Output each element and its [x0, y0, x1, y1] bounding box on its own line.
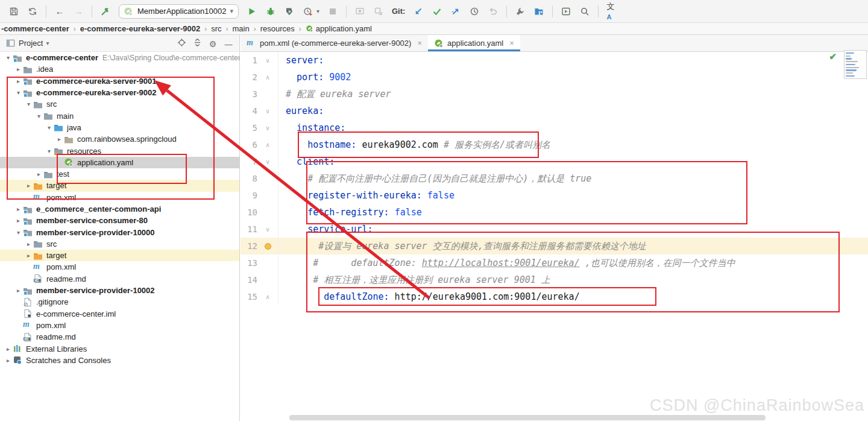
- breadcrumb-item[interactable]: -commerce-center: [1, 24, 69, 33]
- sync-icon[interactable]: [27, 6, 38, 17]
- dependencies-icon[interactable]: [373, 6, 384, 17]
- tree-item-pom-xml[interactable]: mpom.xml: [0, 320, 239, 331]
- close-icon[interactable]: ×: [509, 39, 514, 48]
- fold-close-icon[interactable]: ∧: [266, 293, 270, 301]
- tree-item-e-commerce-center[interactable]: ▾e-commerce-centerE:\Java\Spring Cloud\e…: [0, 52, 239, 63]
- tree-item-member-service-consumer-80[interactable]: ▸member-service-consumer-80: [0, 215, 239, 226]
- tree-chevron-down-icon[interactable]: ▾: [34, 113, 43, 119]
- tree-item--idea[interactable]: ▸.idea: [0, 63, 239, 75]
- tree-chevron-down-icon[interactable]: ▾: [24, 101, 33, 107]
- tree-item-e-commerce-eureka-server-9002[interactable]: ▾e-commerce-eureka-server-9002: [0, 87, 239, 98]
- git-update-icon[interactable]: [413, 6, 424, 17]
- chevron-down-icon[interactable]: ▾: [46, 40, 49, 46]
- breadcrumb-item[interactable]: main: [233, 24, 250, 33]
- breadcrumb-item[interactable]: e-commerce-eureka-server-9002: [80, 24, 200, 33]
- history-icon[interactable]: [469, 6, 480, 17]
- tree-chevron-right-icon[interactable]: ▸: [14, 217, 23, 224]
- editor-tab-application-yaml[interactable]: application.yaml×: [428, 35, 520, 51]
- code-line-12[interactable]: 12 #设置与 eureka server 交互的模块,查询服务和注册服务都需要…: [241, 238, 868, 255]
- tree-chevron-down-icon[interactable]: ▾: [45, 124, 54, 131]
- tree-item-src[interactable]: ▾src: [0, 98, 239, 110]
- code-line-4[interactable]: 4∨eureka:: [241, 103, 868, 119]
- tree-item-pom-xml[interactable]: mpom.xml: [0, 192, 239, 203]
- breadcrumb-item[interactable]: src: [211, 24, 221, 33]
- git-commit-icon[interactable]: [432, 6, 442, 17]
- tree-chevron-right-icon[interactable]: ▸: [34, 171, 43, 177]
- horizontal-scrollbar[interactable]: [289, 415, 766, 420]
- editor-tab-pom-xml[interactable]: mpom.xml (e-commerce-eureka-server-9002)…: [241, 35, 428, 51]
- inspections-ok-icon[interactable]: ✔: [829, 51, 837, 62]
- tree-chevron-right-icon[interactable]: ▸: [4, 346, 13, 352]
- run-coverage-icon[interactable]: [284, 6, 295, 17]
- run-anything-icon[interactable]: [561, 6, 571, 17]
- code-line-3[interactable]: 3# 配置 eureka server: [241, 86, 868, 103]
- fold-open-icon[interactable]: ∨: [266, 124, 270, 132]
- code-line-5[interactable]: 5∨ instance:: [241, 119, 868, 136]
- tree-chevron-right-icon[interactable]: ▸: [55, 136, 64, 142]
- fold-close-icon[interactable]: ∧: [266, 141, 270, 149]
- tree-item-main[interactable]: ▾main: [0, 110, 239, 121]
- tree-item-target[interactable]: ▸target: [0, 180, 239, 191]
- close-icon[interactable]: ×: [417, 39, 422, 48]
- chevron-down-icon[interactable]: ▾: [316, 8, 319, 14]
- tree-chevron-right-icon[interactable]: ▸: [24, 241, 33, 247]
- project-structure-icon[interactable]: [533, 6, 544, 17]
- tree-item-resources[interactable]: ▾resources: [0, 145, 239, 156]
- tree-item-e-commerce-center-iml[interactable]: e-commerce-center.iml: [0, 308, 239, 320]
- tree-item-member-service-provider-10000[interactable]: ▾member-service-provider-10000: [0, 226, 239, 238]
- tree-chevron-right-icon[interactable]: ▸: [14, 287, 23, 294]
- tree-chevron-down-icon[interactable]: ▾: [14, 229, 23, 236]
- search-everywhere-icon[interactable]: [579, 6, 590, 17]
- code-line-6[interactable]: 6∧ hostname: eureka9002.com # 服务实例名/或者叫别…: [241, 136, 868, 153]
- code-editor[interactable]: 1∨server:2∧ port: 90023# 配置 eureka serve…: [241, 52, 868, 421]
- run-play-icon[interactable]: [247, 6, 257, 17]
- forward-icon[interactable]: →: [73, 6, 84, 17]
- code-line-11[interactable]: 11∨ service-url:: [241, 221, 868, 238]
- collapse-all-icon[interactable]: [191, 36, 203, 48]
- run-config-select[interactable]: MemberApplication10002▾: [119, 4, 239, 19]
- tree-item-application-yaml[interactable]: application.yaml: [0, 157, 239, 168]
- tree-chevron-right-icon[interactable]: ▸: [4, 357, 13, 364]
- fold-open-icon[interactable]: ∨: [266, 57, 270, 65]
- code-line-1[interactable]: 1∨server:: [241, 52, 868, 69]
- tree-item-target[interactable]: ▸target: [0, 250, 239, 261]
- intention-bulb-icon[interactable]: [265, 243, 271, 250]
- tree-item-member-service-provider-10002[interactable]: ▸member-service-provider-10002: [0, 285, 239, 296]
- tree-item-scratches-and-consoles[interactable]: ▸Scratches and Consoles: [0, 355, 239, 366]
- chevron-down-icon[interactable]: ▾: [230, 7, 233, 15]
- tree-chevron-down-icon[interactable]: ▾: [45, 148, 54, 154]
- fold-open-icon[interactable]: ∨: [266, 107, 270, 115]
- tree-item-e-commerce-center-common-api[interactable]: ▸e_commerce_center-common-api: [0, 203, 239, 215]
- tree-chevron-right-icon[interactable]: ▸: [24, 252, 33, 259]
- project-panel-title[interactable]: Project: [19, 39, 43, 48]
- code-line-13[interactable]: 13 # defaultZone: http://localhost:9001/…: [241, 255, 868, 271]
- settings-wrench-icon[interactable]: [515, 6, 526, 17]
- profiler-icon[interactable]: [303, 6, 313, 17]
- tree-item-external-libraries[interactable]: ▸External Libraries: [0, 343, 239, 354]
- tree-chevron-right-icon[interactable]: ▸: [24, 182, 33, 189]
- debug-bug-icon[interactable]: [265, 6, 276, 17]
- tree-item-readme-md[interactable]: MDreadme.md: [0, 331, 239, 343]
- tree-item-com-rainbowsea-springcloud[interactable]: ▸com.rainbowsea.springcloud: [0, 133, 239, 145]
- locate-icon[interactable]: [175, 36, 187, 48]
- git-push-icon[interactable]: [450, 6, 461, 17]
- code-line-9[interactable]: 9 register-with-eureka: false: [241, 187, 868, 204]
- tree-item-readme-md[interactable]: MDreadme.md: [0, 273, 239, 285]
- rollback-icon[interactable]: [488, 6, 498, 17]
- hide-panel-icon[interactable]: —: [222, 38, 234, 50]
- attach-process-icon[interactable]: [354, 6, 365, 17]
- back-icon[interactable]: ←: [54, 6, 65, 17]
- build-hammer-icon[interactable]: [100, 6, 111, 17]
- tree-item--gitignore[interactable]: .gitignore: [0, 296, 239, 308]
- stop-icon[interactable]: [327, 6, 338, 17]
- tree-chevron-right-icon[interactable]: ▸: [14, 66, 23, 72]
- fold-close-icon[interactable]: ∧: [266, 74, 270, 81]
- fold-open-icon[interactable]: ∨: [266, 226, 270, 233]
- code-line-14[interactable]: 14 # 相互注册，这里应用注册到 eureka server 9001 上: [241, 271, 868, 288]
- tree-chevron-down-icon[interactable]: ▾: [14, 89, 23, 96]
- tree-chevron-right-icon[interactable]: ▸: [14, 206, 23, 212]
- fold-open-icon[interactable]: ∨: [266, 158, 270, 166]
- tree-item-e-commerce-eureka-server-9001[interactable]: ▸e-commerce-eureka-server-9001: [0, 75, 239, 87]
- translate-icon[interactable]: 文A: [606, 6, 617, 17]
- code-line-8[interactable]: 8 # 配置不向注册中心注册自己(因为自己就是注册中心)，默认是 true: [241, 170, 868, 187]
